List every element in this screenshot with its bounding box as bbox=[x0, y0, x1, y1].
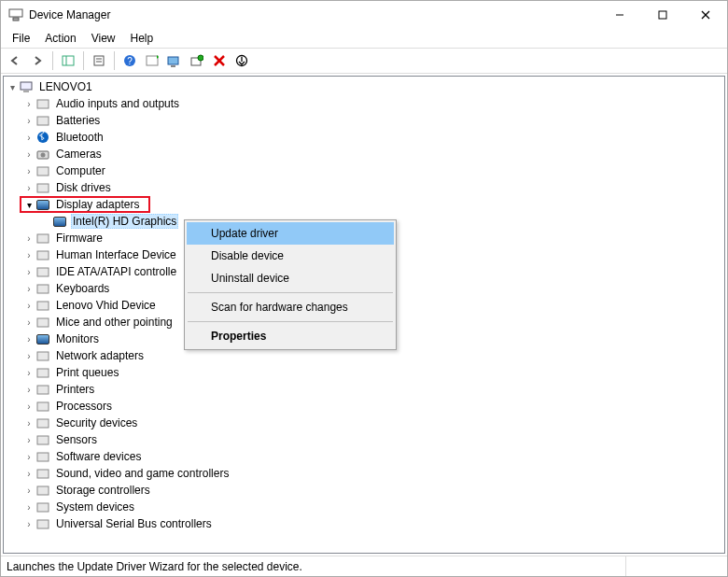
chevron-right-icon[interactable]: › bbox=[22, 400, 35, 413]
tree-category[interactable]: ›Universal Serial Bus controllers bbox=[22, 515, 724, 532]
tree-category[interactable]: ›Security devices bbox=[22, 415, 724, 431]
tree-category[interactable]: ›Print queues bbox=[22, 364, 724, 381]
chevron-right-icon[interactable]: › bbox=[22, 332, 35, 345]
tree-category[interactable]: ›Disk drives bbox=[22, 179, 724, 196]
update-driver-button[interactable] bbox=[164, 50, 185, 71]
device-icon bbox=[52, 214, 67, 229]
category-icon bbox=[35, 231, 50, 246]
menu-file[interactable]: File bbox=[5, 30, 37, 47]
ctx-uninstall-device[interactable]: Uninstall device bbox=[187, 267, 394, 289]
show-hide-tree-button[interactable] bbox=[58, 50, 78, 71]
scan-hardware-button[interactable] bbox=[187, 50, 207, 71]
svg-rect-39 bbox=[37, 402, 49, 411]
category-label: Printers bbox=[54, 383, 96, 396]
chevron-right-icon[interactable]: › bbox=[22, 416, 35, 429]
svg-rect-40 bbox=[37, 419, 49, 428]
statusbar: Launches the Update Driver Wizard for th… bbox=[1, 556, 727, 576]
tree-category[interactable]: ›Processors bbox=[22, 398, 724, 415]
category-label: System devices bbox=[54, 500, 136, 514]
category-label: Disk drives bbox=[54, 181, 113, 194]
chevron-right-icon[interactable]: › bbox=[22, 265, 35, 278]
chevron-right-icon[interactable]: › bbox=[22, 433, 35, 446]
tree-category[interactable]: ›Bluetooth bbox=[22, 129, 724, 146]
category-icon bbox=[35, 449, 50, 464]
chevron-right-icon[interactable]: › bbox=[22, 114, 35, 127]
maximize-button[interactable] bbox=[641, 1, 684, 29]
chevron-right-icon[interactable]: › bbox=[22, 181, 35, 194]
chevron-down-icon[interactable]: ▾ bbox=[22, 198, 35, 211]
tree-category[interactable]: ›Storage controllers bbox=[22, 482, 724, 499]
tree-category[interactable]: ›Software devices bbox=[22, 448, 724, 465]
help-button[interactable]: ? bbox=[119, 50, 140, 71]
svg-rect-34 bbox=[37, 302, 49, 310]
nav-back-button[interactable] bbox=[5, 50, 25, 71]
action-button[interactable] bbox=[142, 50, 162, 71]
chevron-right-icon[interactable]: › bbox=[22, 131, 35, 144]
disable-button[interactable] bbox=[231, 50, 252, 71]
chevron-right-icon[interactable]: › bbox=[22, 164, 35, 177]
properties-button[interactable] bbox=[89, 50, 109, 71]
svg-rect-43 bbox=[37, 470, 49, 478]
svg-rect-21 bbox=[21, 82, 32, 90]
toolbar-separator bbox=[83, 51, 84, 70]
chevron-right-icon[interactable]: › bbox=[22, 97, 35, 110]
tree-category[interactable]: ▾Display adapters bbox=[22, 196, 724, 213]
category-label: Audio inputs and outputs bbox=[54, 97, 181, 110]
tree-category[interactable]: ›Printers bbox=[22, 381, 724, 398]
device-manager-window: Device Manager File Action View Help ? bbox=[0, 0, 728, 577]
chevron-right-icon[interactable]: › bbox=[22, 316, 35, 329]
chevron-right-icon[interactable]: › bbox=[22, 232, 35, 245]
menu-view[interactable]: View bbox=[84, 30, 123, 47]
svg-rect-46 bbox=[37, 520, 49, 528]
svg-rect-1 bbox=[13, 18, 19, 21]
svg-rect-0 bbox=[9, 9, 22, 17]
category-icon bbox=[35, 180, 50, 195]
device-tree[interactable]: ▾ LENOVO1 ›Audio inputs and outputs›Batt… bbox=[3, 76, 725, 554]
chevron-right-icon[interactable]: › bbox=[22, 467, 35, 480]
ctx-update-driver[interactable]: Update driver bbox=[187, 222, 394, 245]
tree-category[interactable]: ›Sensors bbox=[22, 431, 724, 448]
chevron-right-icon[interactable]: › bbox=[22, 383, 35, 396]
window-title: Device Manager bbox=[29, 8, 598, 21]
tree-category[interactable]: ›Audio inputs and outputs bbox=[22, 95, 724, 112]
ctx-disable-device[interactable]: Disable device bbox=[187, 245, 394, 267]
ctx-uninstall-label: Uninstall device bbox=[211, 272, 289, 285]
uninstall-button[interactable] bbox=[209, 50, 230, 71]
chevron-right-icon[interactable]: › bbox=[22, 248, 35, 261]
ctx-separator bbox=[188, 292, 393, 293]
chevron-down-icon[interactable]: ▾ bbox=[6, 80, 19, 93]
category-icon bbox=[35, 298, 50, 313]
category-icon bbox=[35, 365, 50, 380]
category-icon bbox=[35, 197, 50, 212]
chevron-right-icon[interactable]: › bbox=[22, 299, 35, 312]
tree-category[interactable]: ›Sound, video and game controllers bbox=[22, 465, 724, 482]
chevron-right-icon[interactable]: › bbox=[22, 500, 35, 514]
chevron-right-icon[interactable]: › bbox=[22, 484, 35, 497]
menu-help[interactable]: Help bbox=[123, 30, 161, 47]
category-icon bbox=[35, 113, 50, 128]
category-icon bbox=[35, 516, 50, 531]
tree-root[interactable]: ▾ LENOVO1 bbox=[6, 78, 724, 95]
chevron-right-icon[interactable]: › bbox=[22, 282, 35, 295]
nav-forward-button[interactable] bbox=[27, 50, 48, 71]
tree-category[interactable]: ›Batteries bbox=[22, 112, 724, 129]
ctx-scan-hardware[interactable]: Scan for hardware changes bbox=[187, 296, 394, 318]
category-label: Display adapters bbox=[54, 198, 141, 211]
titlebar: Device Manager bbox=[1, 1, 727, 29]
chevron-right-icon[interactable]: › bbox=[22, 349, 35, 362]
ctx-properties[interactable]: Properties bbox=[187, 325, 394, 347]
svg-rect-45 bbox=[37, 503, 49, 512]
app-icon bbox=[8, 7, 23, 22]
minimize-button[interactable] bbox=[598, 1, 641, 29]
chevron-right-icon[interactable]: › bbox=[22, 517, 35, 530]
close-button[interactable] bbox=[684, 1, 727, 29]
tree-category[interactable]: ›Computer bbox=[22, 162, 724, 179]
menu-action[interactable]: Action bbox=[37, 30, 83, 47]
category-label: Human Interface Device bbox=[54, 248, 178, 261]
chevron-right-icon[interactable]: › bbox=[22, 148, 35, 161]
tree-category[interactable]: ›Cameras bbox=[22, 146, 724, 162]
tree-category[interactable]: ›System devices bbox=[22, 499, 724, 515]
category-icon bbox=[35, 247, 50, 262]
chevron-right-icon[interactable]: › bbox=[22, 450, 35, 463]
chevron-right-icon[interactable]: › bbox=[22, 366, 35, 379]
